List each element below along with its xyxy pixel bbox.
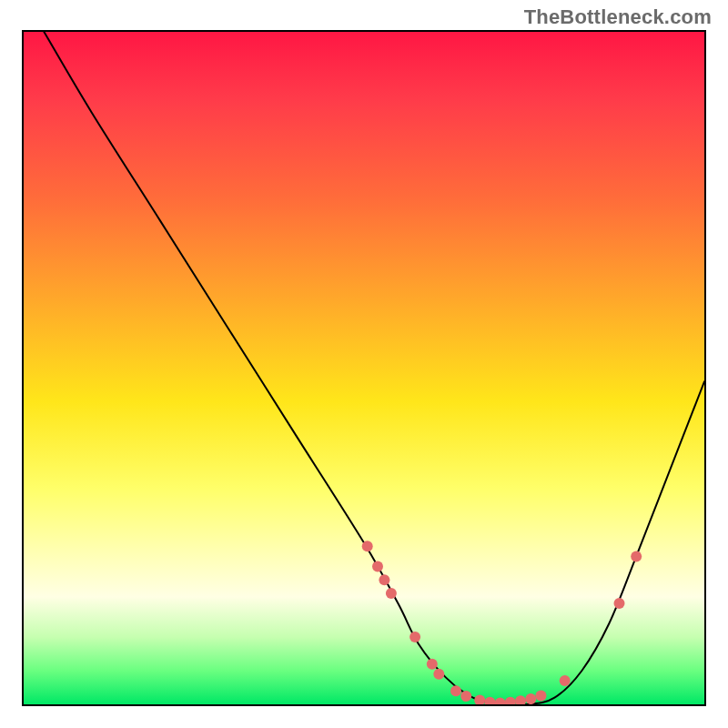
data-marker [386, 588, 397, 599]
data-marker [474, 695, 485, 704]
data-marker [631, 551, 642, 561]
data-marker [450, 685, 461, 696]
data-marker [427, 659, 438, 670]
plot-frame [22, 30, 706, 706]
chart-container: TheBottleneck.com [0, 0, 728, 728]
data-marker [536, 690, 547, 701]
data-marker [495, 698, 506, 705]
data-marker [515, 695, 526, 704]
data-marker [372, 561, 383, 572]
watermark-text: TheBottleneck.com [524, 5, 712, 29]
data-marker [560, 675, 571, 686]
data-marker [505, 697, 516, 704]
data-marker [460, 691, 471, 702]
data-markers [362, 541, 642, 704]
data-marker [484, 697, 495, 704]
data-marker [525, 693, 536, 704]
chart-svg [24, 32, 704, 704]
data-marker [433, 669, 444, 680]
data-marker [614, 598, 625, 609]
bottleneck-curve [44, 32, 704, 704]
data-marker [379, 574, 389, 585]
data-marker [362, 541, 373, 551]
data-marker [410, 632, 420, 642]
